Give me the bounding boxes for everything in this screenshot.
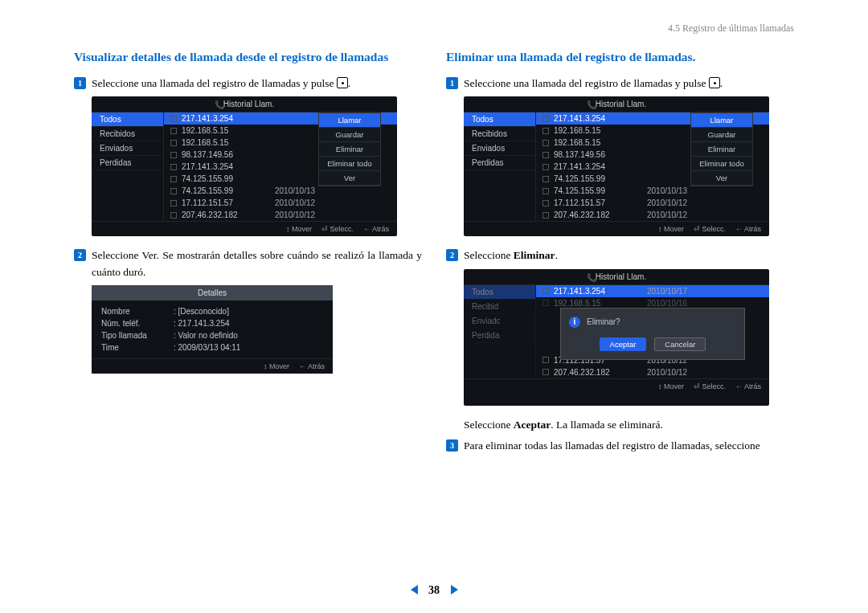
left-column: Visualizar detalles de llamada desde el … xyxy=(74,50,422,459)
prev-page-icon[interactable] xyxy=(411,585,418,595)
details-title: Detalles xyxy=(92,285,333,300)
list-item[interactable]: 74.125.155.992010/10/13 xyxy=(536,185,769,197)
menu-llamar[interactable]: Llamar xyxy=(691,113,752,128)
accept-button[interactable]: Aceptar xyxy=(600,337,647,351)
call-history-panel-right: 📞Historial Llam. Todos Recibidos Enviado… xyxy=(464,96,769,236)
breadcrumb: 4.5 Registro de últimas llamadas xyxy=(668,22,794,35)
list-item: 217.141.3.2542010/10/17 xyxy=(536,285,769,297)
enter-key-icon xyxy=(709,77,720,88)
sidebar-item-enviados[interactable]: Enviados xyxy=(464,141,535,156)
context-menu: Llamar Guardar Eliminar Eliminar todo Ve… xyxy=(690,112,753,186)
menu-eliminar[interactable]: Eliminar xyxy=(319,142,380,157)
footer-atras: ← Atrás xyxy=(363,225,389,233)
sidebar-item-perdidas[interactable]: Perdidas xyxy=(464,156,535,170)
list-item[interactable]: 17.112.151.572010/10/12 xyxy=(164,197,397,209)
menu-eliminar-todo[interactable]: Eliminar todo xyxy=(319,157,380,171)
footer-mover: ↕ Mover xyxy=(264,362,289,370)
sidebar-item-perdidas[interactable]: Perdidas xyxy=(92,156,163,170)
menu-ver[interactable]: Ver xyxy=(691,171,752,186)
list-item[interactable]: 17.112.151.572010/10/12 xyxy=(536,197,769,209)
left-step-2: 2 Seleccione Ver. Se mostrarán detalles … xyxy=(74,247,422,280)
step-badge-3: 3 xyxy=(446,439,458,452)
confirm-text: Eliminar? xyxy=(587,317,620,326)
menu-eliminar[interactable]: Eliminar xyxy=(691,142,752,157)
footer-selecc: ⏎ Selecc. xyxy=(321,225,354,233)
left-step-1: 1 Seleccione una llamada del registro de… xyxy=(74,76,422,92)
sidebar-item-enviados[interactable]: Enviados xyxy=(92,141,163,156)
phone-icon: 📞 xyxy=(587,100,593,107)
step-badge-2: 2 xyxy=(446,249,458,261)
step-badge-1: 1 xyxy=(446,77,458,89)
enter-key-icon xyxy=(337,77,348,88)
sidebar-item-todos[interactable]: Todos xyxy=(464,112,535,127)
footer-mover: ↕ Mover xyxy=(286,225,312,233)
list-item[interactable]: 207.46.232.1822010/10/12 xyxy=(536,209,769,221)
phone-icon: 📞 xyxy=(587,273,593,280)
sim-list: 217.141.3.254 192.168.5.15 192.168.5.15 … xyxy=(164,112,397,221)
detail-row: Núm. teléf.: 217.141.3.254 xyxy=(101,317,323,329)
right-step-1: 1 Seleccione una llamada del registro de… xyxy=(446,76,794,92)
phone-icon: 📞 xyxy=(215,100,221,107)
list-item[interactable]: 74.125.155.992010/10/13 xyxy=(164,185,397,197)
right-step-3: 3 Para eliminar todas las llamadas del r… xyxy=(446,438,794,454)
detail-row: Tipo llamada: Valor no definido xyxy=(101,329,323,341)
left-title: Visualizar detalles de llamada desde el … xyxy=(74,50,422,64)
pager: 38 xyxy=(0,584,868,597)
call-history-panel-left: 📞Historial Llam. Todos Recibidos Enviado… xyxy=(92,96,397,236)
footer-atras: ← Atrás xyxy=(299,362,325,370)
menu-eliminar-todo[interactable]: Eliminar todo xyxy=(691,157,752,171)
list-item: 207.46.232.1822010/10/12 xyxy=(536,366,769,378)
detail-row: Time: 2009/03/13 04:11 xyxy=(101,341,323,353)
right-after2: Seleccione Aceptar. La llamada se elimin… xyxy=(464,417,794,433)
details-panel: Detalles Nombre: [Desconocido] Núm. telé… xyxy=(92,285,333,374)
call-history-panel-confirm: 📞Historial Llam. Todos Recibid Enviadc P… xyxy=(464,269,769,406)
right-step-2: 2 Seleccione Eliminar. xyxy=(446,247,794,264)
right-title: Eliminar una llamada del registro de lla… xyxy=(446,50,794,64)
menu-guardar[interactable]: Guardar xyxy=(691,128,752,142)
menu-ver[interactable]: Ver xyxy=(319,171,380,186)
sidebar-item-recibidos[interactable]: Recibidos xyxy=(464,127,535,141)
step-badge-2: 2 xyxy=(74,249,86,261)
list-item[interactable]: 207.46.232.1822010/10/12 xyxy=(164,209,397,221)
sidebar-item-recibidos[interactable]: Recibidos xyxy=(92,127,163,141)
page-number: 38 xyxy=(428,584,440,596)
context-menu: Llamar Guardar Eliminar Eliminar todo Ve… xyxy=(318,112,381,186)
left-step1-text: Seleccione una llamada del registro de l… xyxy=(92,77,337,89)
menu-guardar[interactable]: Guardar xyxy=(319,128,380,142)
step-badge-1: 1 xyxy=(74,77,86,89)
detail-row: Nombre: [Desconocido] xyxy=(101,305,323,317)
sidebar-item-todos[interactable]: Todos xyxy=(92,112,163,127)
right-column: Eliminar una llamada del registro de lla… xyxy=(446,50,794,459)
info-icon: i xyxy=(569,317,580,328)
confirm-dialog: i Eliminar? Aceptar Cancelar xyxy=(560,308,745,360)
sim-sidebar: Todos Recibidos Enviados Perdidas xyxy=(92,112,164,221)
menu-llamar[interactable]: Llamar xyxy=(319,113,380,128)
next-page-icon[interactable] xyxy=(451,585,458,595)
cancel-button[interactable]: Cancelar xyxy=(654,337,706,351)
